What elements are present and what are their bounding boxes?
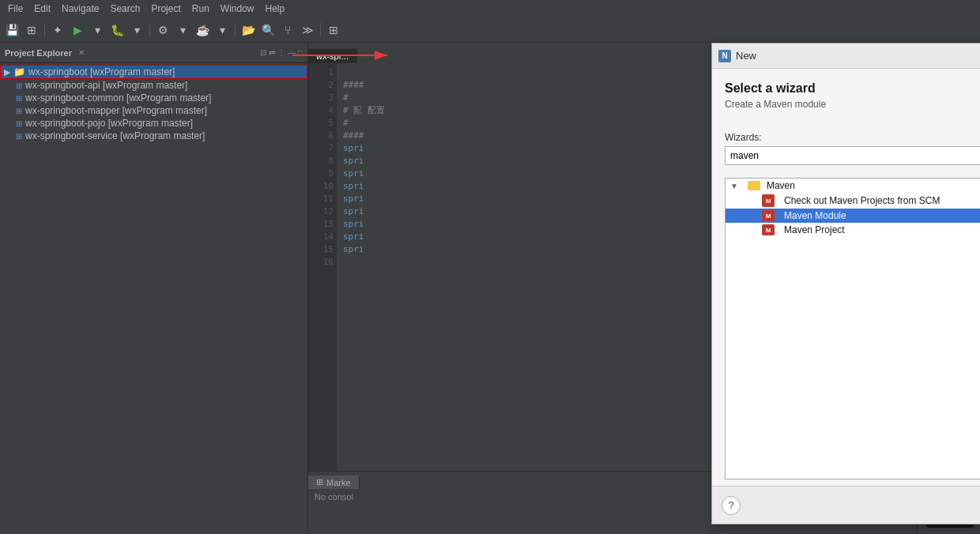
dialog-header-section: Select a wizard Create a Maven module ✦ — [725, 81, 980, 122]
module-maven-icon: M — [762, 210, 775, 221]
menu-help[interactable]: Help — [261, 2, 290, 16]
dialog-title-text: New — [736, 50, 980, 62]
markers-icon: ⊞ — [316, 477, 323, 487]
menu-file[interactable]: File — [3, 2, 28, 16]
toolbar-perspectives[interactable]: ⊞ — [325, 21, 342, 39]
menu-edit[interactable]: Edit — [29, 2, 55, 16]
minimize-icon[interactable]: — — [288, 48, 296, 57]
checkout-label: Check out Maven Projects from SCM — [784, 195, 940, 206]
dialog-header-text: Select a wizard Create a Maven module — [725, 81, 980, 110]
root-label: wx-springboot [wxProgram master] — [28, 66, 175, 77]
toolbar-sep-3 — [235, 23, 236, 37]
project-explorer-close-icon[interactable]: ✕ — [78, 48, 85, 57]
toolbar-run-dropdown[interactable]: ▾ — [89, 21, 106, 39]
search-wrapper: ✕ — [725, 146, 980, 171]
expand-icon: ▶ — [4, 67, 10, 77]
toolbar-java-dropdown[interactable]: ▾ — [213, 21, 231, 39]
toolbar-java[interactable]: ☕ — [194, 21, 211, 39]
toolbar: 💾 ⊞ ✦ ▶ ▾ 🐛 ▾ ⚙ ▾ ☕ ▾ 📂 🔍 ⑂ ≫ ⊞ — [0, 17, 980, 43]
dialog-container: N New — □ ✕ Select a wizard Create a Mav… — [711, 43, 980, 525]
wizards-label: Wizards: — [725, 132, 980, 143]
menu-window[interactable]: Window — [216, 2, 259, 16]
wizard-item-checkout[interactable]: M Check out Maven Projects from SCM — [726, 193, 980, 209]
menu-project[interactable]: Project — [146, 2, 185, 16]
toolbar-open[interactable]: 📂 — [239, 21, 257, 39]
dialog-subheading: Create a Maven module — [725, 99, 980, 110]
wizard-item-project[interactable]: M Maven Project — [726, 223, 980, 237]
api-module-icon: ⊞ — [16, 81, 22, 90]
new-wizard-dialog: N New — □ ✕ Select a wizard Create a Mav… — [356, 43, 925, 528]
toolbar-git[interactable]: ⑂ — [279, 21, 296, 39]
maven-group-label: Maven — [767, 180, 795, 191]
panel-menu-icon[interactable]: ⋮ — [277, 48, 285, 57]
pojo-module-icon: ⊞ — [16, 119, 22, 128]
toolbar-sep-4 — [320, 23, 321, 37]
tree-item-common[interactable]: ⊞ wx-springboot-common [wxProgram master… — [0, 92, 307, 104]
toolbar-sep-2 — [149, 23, 150, 37]
toolbar-new[interactable]: ✦ — [49, 21, 66, 39]
checkout-maven-icon: M — [762, 194, 775, 207]
help-button[interactable]: ? — [722, 496, 741, 515]
toolbar-sep-1 — [44, 23, 45, 37]
collapse-all-icon[interactable]: ⊟ — [260, 48, 266, 57]
project-maven-icon: M — [762, 224, 775, 235]
project-explorer-panel: Project Explorer ✕ ⊟ ⇄ ⋮ — □ ▶ 📁 wx-spri… — [0, 43, 308, 534]
wizard-tree-container[interactable]: ▼ Maven M Check out Maven Projects from … — [725, 178, 980, 479]
root-folder-icon: 📁 — [13, 66, 25, 77]
wizard-item-module[interactable]: M Maven Module — [726, 209, 980, 223]
project-label: Maven Project — [784, 224, 845, 235]
service-label: wx-springboot-service [wxProgram master] — [25, 130, 205, 141]
menu-bar: File Edit Navigate Search Project Run Wi… — [0, 0, 980, 17]
maven-group-item[interactable]: ▼ Maven — [726, 179, 980, 193]
panel-toolbar-icons: ⊟ ⇄ ⋮ — □ — [260, 48, 303, 57]
editor-tab-active[interactable]: wx-spr... — [308, 49, 357, 63]
common-label: wx-springboot-common [wxProgram master] — [25, 92, 211, 103]
dialog-titlebar: N New — □ ✕ — [712, 43, 980, 69]
maximize-icon[interactable]: □ — [298, 48, 303, 57]
menu-run[interactable]: Run — [187, 2, 214, 16]
mapper-module-icon: ⊞ — [16, 107, 22, 115]
tree-item-api[interactable]: ⊞ wx-springboot-api [wxProgram master] — [0, 79, 307, 92]
toolbar-debug-dropdown[interactable]: ▾ — [128, 21, 145, 39]
menu-navigate[interactable]: Navigate — [57, 2, 104, 16]
mapper-label: wx-springboot-mapper [wxProgram master] — [25, 105, 207, 116]
maven-group-folder-icon — [748, 181, 760, 190]
markers-label: Marke — [326, 478, 351, 487]
project-explorer-header: Project Explorer ✕ ⊟ ⇄ ⋮ — □ — [0, 43, 307, 63]
tree-item-pojo[interactable]: ⊞ wx-springboot-pojo [wxProgram master] — [0, 117, 307, 130]
wizards-search-input[interactable] — [725, 146, 980, 165]
api-label: wx-springboot-api [wxProgram master] — [25, 80, 187, 91]
module-label: Maven Module — [784, 210, 846, 221]
line-numbers: 1234 5678 9101112 13141516 — [308, 63, 337, 471]
maven-group-chevron: ▼ — [730, 182, 738, 190]
project-tree: ▶ 📁 wx-springboot [wxProgram master] ⊞ w… — [0, 63, 307, 534]
pojo-label: wx-springboot-pojo [wxProgram master] — [25, 118, 193, 129]
toolbar-run[interactable]: ▶ — [69, 21, 86, 39]
dialog-footer: ? < Back Next > Finish Cancel — [712, 486, 980, 524]
link-with-editor-icon[interactable]: ⇄ — [269, 48, 275, 57]
menu-search[interactable]: Search — [105, 2, 145, 16]
dialog-heading: Select a wizard — [725, 81, 980, 96]
toolbar-more[interactable]: ≫ — [299, 21, 316, 39]
dialog-title-icon: N — [718, 50, 731, 62]
dialog-body: Select a wizard Create a Maven module ✦ … — [712, 69, 980, 486]
toolbar-save[interactable]: 💾 — [3, 21, 21, 39]
toolbar-search-btn[interactable]: 🔍 — [259, 21, 277, 39]
markers-tab[interactable]: ⊞ Marke — [308, 476, 360, 489]
project-explorer-title: Project Explorer — [5, 48, 72, 58]
common-module-icon: ⊞ — [16, 94, 22, 103]
tree-item-mapper[interactable]: ⊞ wx-springboot-mapper [wxProgram master… — [0, 104, 307, 117]
toolbar-build[interactable]: ⚙ — [154, 21, 172, 39]
service-module-icon: ⊞ — [16, 132, 22, 141]
toolbar-save-all[interactable]: ⊞ — [23, 21, 40, 39]
tree-item-root[interactable]: ▶ 📁 wx-springboot [wxProgram master] — [0, 65, 307, 79]
toolbar-build-dropdown[interactable]: ▾ — [174, 21, 191, 39]
tree-item-service[interactable]: ⊞ wx-springboot-service [wxProgram maste… — [0, 130, 307, 142]
toolbar-debug[interactable]: 🐛 — [108, 21, 126, 39]
